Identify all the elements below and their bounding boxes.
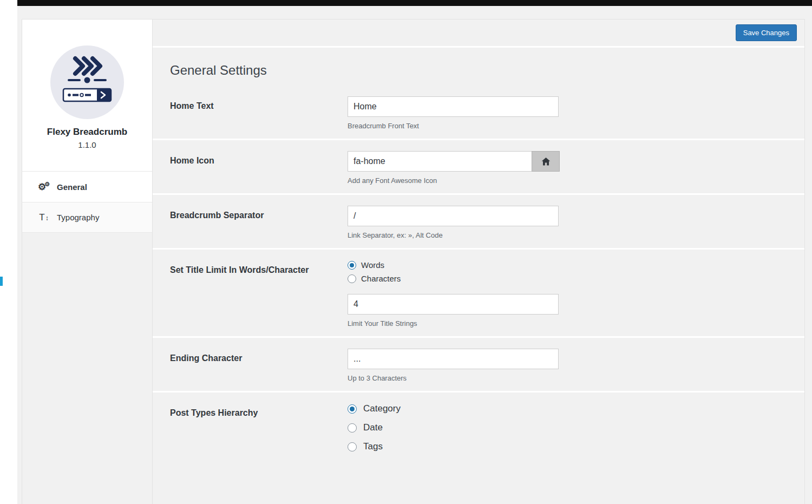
page-title: General Settings (170, 63, 794, 78)
plugin-logo (49, 44, 125, 120)
ending-character-label: Ending Character (170, 349, 348, 382)
title-limit-help: Limit Your Title Strings (348, 319, 559, 328)
radio-option-tags[interactable]: Tags (348, 441, 401, 452)
section-title-limit: Set Title Limit In Words/Character Words… (153, 250, 804, 336)
tab-typography-label: Typography (57, 213, 99, 222)
characters-radio[interactable] (348, 274, 356, 283)
tab-general-label: General (57, 182, 87, 192)
admin-menu-accent (0, 277, 3, 286)
plugin-sidebar: Flexy Breadcrumb 1.1.0 ⚙⚙ General T↕ Typ… (22, 19, 153, 504)
radio-option-date[interactable]: Date (348, 422, 401, 433)
separator-label: Breadcrumb Separator (170, 206, 348, 239)
save-changes-button[interactable]: Save Changes (736, 24, 797, 41)
category-radio[interactable] (348, 404, 357, 414)
home-icon-help: Add any Font Awesome Icon (348, 176, 560, 185)
radio-option-category[interactable]: Category (348, 403, 401, 414)
settings-main: Save Changes General Settings Home Text … (153, 19, 804, 504)
toolbar: Save Changes (153, 19, 804, 46)
tab-typography[interactable]: T↕ Typography (22, 202, 152, 233)
category-radio-label: Category (363, 403, 401, 414)
date-radio[interactable] (348, 423, 357, 433)
words-radio[interactable] (348, 261, 356, 270)
characters-radio-label: Characters (361, 274, 401, 283)
gears-icon: ⚙⚙ (37, 181, 50, 193)
ending-character-input[interactable] (348, 349, 559, 369)
settings-nav: ⚙⚙ General T↕ Typography (22, 171, 152, 233)
title-limit-label: Set Title Limit In Words/Character (170, 260, 348, 328)
radio-option-words[interactable]: Words (348, 260, 559, 270)
section-separator: Breadcrumb Separator Link Separator, ex:… (153, 195, 804, 248)
separator-input[interactable] (348, 206, 559, 226)
tab-general[interactable]: ⚙⚙ General (22, 171, 152, 202)
home-icon (541, 157, 551, 166)
date-radio-label: Date (363, 422, 383, 433)
plugin-brand: Flexy Breadcrumb 1.1.0 (22, 19, 152, 171)
post-types-label: Post Types Hierarchy (170, 403, 348, 460)
plugin-settings-card: Flexy Breadcrumb 1.1.0 ⚙⚙ General T↕ Typ… (22, 19, 805, 504)
title-limit-input[interactable] (348, 294, 559, 315)
collapsed-admin-menu (0, 0, 17, 504)
section-post-types: Post Types Hierarchy Category Date Tags (153, 392, 804, 504)
section-home-text: General Settings Home Text Breadcrumb Fr… (153, 48, 804, 139)
sidebar-filler (22, 233, 152, 504)
typography-icon: T↕ (37, 212, 50, 223)
radio-option-characters[interactable]: Characters (348, 274, 559, 283)
breadcrumb-chevrons-logo (49, 44, 125, 120)
separator-help: Link Separator, ex: », Alt Code (348, 231, 559, 239)
home-text-input[interactable] (348, 96, 559, 117)
tags-radio-label: Tags (363, 441, 383, 452)
tags-radio[interactable] (348, 442, 357, 451)
plugin-name: Flexy Breadcrumb (22, 127, 152, 138)
wp-admin-bar (17, 0, 812, 6)
home-text-label: Home Text (170, 96, 348, 130)
words-radio-label: Words (361, 260, 384, 270)
home-icon-label: Home Icon (170, 151, 348, 185)
home-icon-input[interactable] (348, 151, 532, 172)
home-text-help: Breadcrumb Front Text (348, 122, 559, 130)
ending-character-help: Up to 3 Characters (348, 374, 559, 382)
section-ending-character: Ending Character Up to 3 Characters (153, 338, 804, 391)
plugin-version: 1.1.0 (22, 140, 152, 149)
section-home-icon: Home Icon Add any Font Awesome Icon (153, 140, 804, 193)
home-icon-addon-button[interactable] (532, 151, 560, 172)
home-icon-input-group (348, 151, 560, 172)
